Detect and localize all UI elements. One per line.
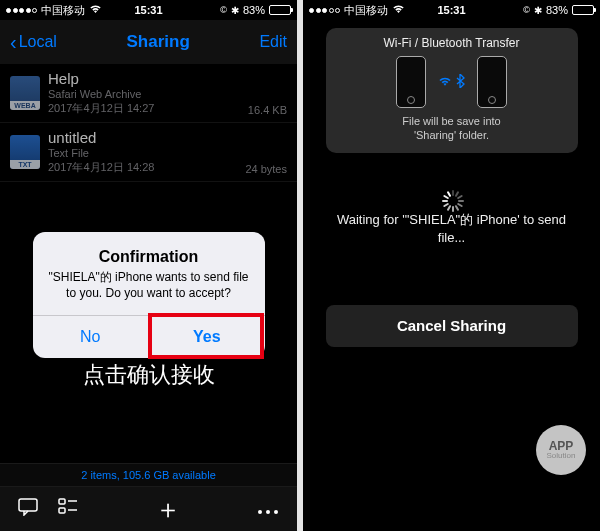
list-icon[interactable]	[58, 498, 78, 521]
status-bar: 中国移动 15:31 © ✱ 83%	[0, 0, 297, 20]
spinner-icon	[441, 179, 463, 201]
dialog-title: Confirmation	[47, 248, 251, 266]
wifi-icon	[438, 74, 452, 90]
banner-title: Wi-Fi / Bluetooth Transfer	[336, 36, 568, 50]
battery-icon	[269, 5, 291, 15]
confirmation-dialog: Confirmation "SHIELA"的 iPhone wants to s…	[33, 232, 265, 358]
clock: 15:31	[303, 4, 600, 16]
dialog-no-button[interactable]: No	[33, 316, 149, 358]
svg-point-5	[258, 510, 262, 514]
svg-point-6	[266, 510, 270, 514]
banner-sub1: File will be save into	[336, 114, 568, 128]
nav-bar: ‹ Local Sharing Edit	[0, 20, 297, 64]
phone-right: 中国移动 15:31 © ✱ 83% Wi-Fi / Bluetooth Tra…	[303, 0, 600, 531]
battery-icon	[572, 5, 594, 15]
chat-icon[interactable]	[18, 498, 38, 521]
clock: 15:31	[0, 4, 297, 16]
transfer-banner: Wi-Fi / Bluetooth Transfer File will be …	[326, 28, 578, 153]
annotation-caption: 点击确认接收	[0, 360, 297, 390]
chevron-left-icon: ‹	[10, 31, 17, 54]
svg-rect-1	[59, 499, 65, 504]
waiting-message: Waiting for '"SHIELA"的 iPhone' to send f…	[303, 211, 600, 247]
badge-sub: Solution	[547, 452, 576, 460]
svg-rect-2	[59, 508, 65, 513]
back-label: Local	[19, 33, 57, 51]
edit-button[interactable]: Edit	[259, 33, 287, 51]
svg-point-7	[274, 510, 278, 514]
phone-left: 中国移动 15:31 © ✱ 83% ‹ Local Sharing Edit	[0, 0, 297, 531]
add-button[interactable]: ＋	[155, 492, 181, 527]
footer-summary: 2 items, 105.6 GB available	[0, 463, 297, 487]
back-button[interactable]: ‹ Local	[10, 31, 57, 54]
dialog-message: "SHIELA"的 iPhone wants to send file to y…	[47, 270, 251, 301]
bottom-toolbar: ＋	[0, 487, 297, 531]
svg-rect-0	[19, 499, 37, 511]
device-icon	[477, 56, 507, 108]
nav-title: Sharing	[57, 32, 260, 52]
cancel-sharing-button[interactable]: Cancel Sharing	[326, 305, 578, 347]
more-icon[interactable]	[257, 499, 279, 520]
bluetooth-icon	[456, 74, 465, 91]
dialog-yes-button[interactable]: Yes	[148, 316, 265, 358]
device-icon	[396, 56, 426, 108]
banner-sub2: 'Sharing' folder.	[336, 128, 568, 142]
status-bar: 中国移动 15:31 © ✱ 83%	[303, 0, 600, 20]
watermark-badge: APP Solution	[536, 425, 586, 475]
